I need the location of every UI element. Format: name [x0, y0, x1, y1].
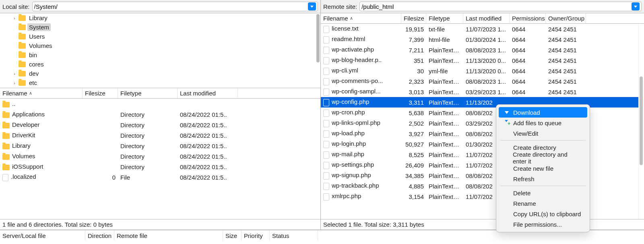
col-last-modified[interactable]: Last modified: [463, 13, 510, 23]
cell-filetype: Directory: [118, 163, 178, 170]
tree-item[interactable]: cores: [0, 60, 316, 69]
col-permissions[interactable]: Permissions: [510, 13, 546, 23]
col-server-local[interactable]: Server/Local file: [0, 230, 85, 241]
table-row[interactable]: wp-load.php 3,927 PlainTextT... 08/08/20…: [321, 128, 638, 139]
col-filename[interactable]: Filename∧: [321, 13, 401, 23]
table-row[interactable]: Developer Directory 08/24/2022 01:5..: [0, 120, 320, 130]
tree-item[interactable]: bin: [0, 50, 316, 60]
local-pane: › Library System Users Volumes bin cores…: [0, 13, 321, 230]
menu-item-label: Create new file: [513, 165, 553, 172]
expander-icon[interactable]: ›: [12, 71, 17, 76]
local-path-input[interactable]: [34, 3, 306, 10]
menu-item-label: File permissions...: [513, 221, 562, 228]
col-filesize[interactable]: Filesize: [83, 88, 118, 98]
table-row[interactable]: xmlrpc.php 3,154 PlainTextT... 11/07/202: [321, 191, 638, 202]
table-row[interactable]: wp-links-opml.php 2,502 PlainTextT... 03…: [321, 118, 638, 128]
chevron-down-icon[interactable]: [308, 2, 316, 10]
path-bar: Local site: Remote site:: [0, 0, 644, 13]
menu-item[interactable]: Copy URL(s) to clipboard: [499, 209, 587, 219]
col-remote-file[interactable]: Remote file: [114, 230, 223, 241]
local-tree[interactable]: › Library System Users Volumes bin cores…: [0, 13, 320, 88]
col-filesize[interactable]: Filesize: [401, 13, 426, 23]
table-row[interactable]: wp-mail.php 8,525 PlainTextT... 11/07/20…: [321, 149, 638, 160]
table-row[interactable]: wp-trackback.php 4,885 PlainTextT... 08/…: [321, 181, 638, 191]
tree-item[interactable]: › dev: [0, 69, 316, 78]
local-site-label: Local site:: [2, 3, 30, 10]
table-row[interactable]: iOSSupport Directory 08/24/2022 01:5..: [0, 161, 320, 172]
tree-item[interactable]: Users: [0, 32, 316, 41]
cell-filetype: PlainTextT...: [426, 47, 463, 54]
window-scrollbar[interactable]: [638, 12, 644, 219]
table-row[interactable]: wp-settings.php 26,409 PlainTextT... 11/…: [321, 160, 638, 170]
col-status[interactable]: Status: [270, 230, 318, 241]
menu-item[interactable]: Download: [499, 107, 587, 118]
remote-path-input[interactable]: [361, 3, 630, 10]
table-row[interactable]: wp-blog-header.p.. 351 PlainTextT... 11/…: [321, 55, 638, 66]
table-row[interactable]: license.txt 19,915 txt-file 11/07/2023 1…: [321, 24, 638, 34]
table-row[interactable]: wp-cron.php 5,638 PlainTextT... 08/08/20…: [321, 108, 638, 118]
table-row[interactable]: DriverKit Directory 08/24/2022 01:5..: [0, 130, 320, 141]
remote-context-menu[interactable]: DownloadAdd files to queueView/EditCreat…: [496, 104, 590, 232]
remote-status: Selected 1 file. Total size: 3,311 bytes: [321, 219, 644, 230]
table-row[interactable]: readme.html 7,399 html-file 01/30/2024 1…: [321, 34, 638, 45]
table-row[interactable]: wp-signup.php 34,385 PlainTextT... 08/08…: [321, 170, 638, 181]
col-filename[interactable]: Filename∧: [0, 88, 83, 98]
col-last-modified[interactable]: Last modified: [178, 88, 238, 98]
menu-item[interactable]: Create directory and enter it: [499, 153, 587, 163]
menu-item[interactable]: Rename: [499, 198, 587, 209]
tree-scrollbar[interactable]: [316, 13, 320, 88]
table-row[interactable]: Library Directory 08/24/2022 01:5..: [0, 141, 320, 151]
menu-item[interactable]: File permissions...: [499, 219, 587, 230]
table-row[interactable]: wp-cli.yml 30 yml-file 11/13/2020 0... 0…: [321, 66, 638, 76]
tree-item[interactable]: Volumes: [0, 41, 316, 50]
menu-item[interactable]: Refresh: [499, 174, 587, 184]
col-direction[interactable]: Direction: [85, 230, 114, 241]
remote-path-combo[interactable]: [359, 2, 642, 11]
cell-filesize: 26,409: [401, 162, 426, 169]
table-row[interactable]: ..: [0, 99, 320, 109]
table-row[interactable]: .localized 0 File 08/24/2022 01:5..: [0, 172, 320, 182]
table-row[interactable]: wp-activate.php 7,211 PlainTextT... 08/0…: [321, 45, 638, 55]
col-size[interactable]: Size: [223, 230, 242, 241]
sort-asc-icon: ∧: [350, 16, 353, 21]
col-filetype[interactable]: Filetype: [118, 88, 178, 98]
col-filetype[interactable]: Filetype: [426, 13, 463, 23]
cell-filesize: 3,154: [401, 193, 426, 200]
tree-item-label: Volumes: [27, 42, 54, 50]
tree-item[interactable]: › etc: [0, 78, 316, 87]
cell-filename: wp-activate.php: [321, 46, 401, 54]
chevron-down-icon[interactable]: [632, 2, 640, 10]
table-row[interactable]: wp-comments-po... 2,323 PlainTextT... 08…: [321, 76, 638, 87]
expander-icon[interactable]: ›: [12, 81, 17, 85]
cell-filename: wp-config-sampl...: [321, 88, 401, 95]
tree-item[interactable]: › Library: [0, 13, 316, 23]
table-row[interactable]: wp-config-sampl... 3,013 PlainTextT... 0…: [321, 87, 638, 97]
table-row[interactable]: wp-config.php 3,311 PlainTextT... 11/13/…: [321, 97, 638, 108]
menu-item[interactable]: Add files to queue: [499, 118, 587, 128]
cell-filename: Applications: [0, 111, 83, 118]
local-path-combo[interactable]: [32, 2, 318, 11]
remote-file-list[interactable]: license.txt 19,915 txt-file 11/07/2023 1…: [321, 24, 638, 202]
table-row[interactable]: Applications Directory 08/24/2022 01:5..: [0, 109, 320, 120]
col-owner-group[interactable]: Owner/Group: [546, 13, 586, 23]
menu-item[interactable]: View/Edit: [499, 128, 587, 139]
local-table-header[interactable]: Filename∧ Filesize Filetype Last modifie…: [0, 88, 320, 99]
cell-owner: 2454 2451: [546, 36, 586, 43]
menu-separator: [500, 140, 586, 141]
cell-modified: 08/24/2022 01:5..: [178, 163, 238, 170]
cell-owner: 2454 2451: [546, 89, 586, 95]
cell-filetype: PlainTextT...: [426, 78, 463, 85]
cell-filesize: 34,385: [401, 172, 426, 179]
table-row[interactable]: wp-login.php 50,927 PlainTextT... 01/30/…: [321, 139, 638, 149]
table-row[interactable]: Volumes Directory 08/24/2022 01:5..: [0, 151, 320, 161]
col-priority[interactable]: Priority: [242, 230, 270, 241]
tree-item[interactable]: System: [0, 23, 316, 32]
folder-icon: [19, 52, 26, 58]
local-file-list[interactable]: .. Applications Directory 08/24/2022 01:…: [0, 99, 320, 219]
folder-icon: [19, 62, 26, 67]
expander-icon[interactable]: ›: [12, 16, 17, 21]
cell-filename: Library: [0, 142, 83, 149]
remote-table-header[interactable]: Filename∧ Filesize Filetype Last modifie…: [321, 13, 644, 24]
cell-filetype: PlainTextT...: [426, 162, 463, 169]
menu-item[interactable]: Delete: [499, 188, 587, 198]
